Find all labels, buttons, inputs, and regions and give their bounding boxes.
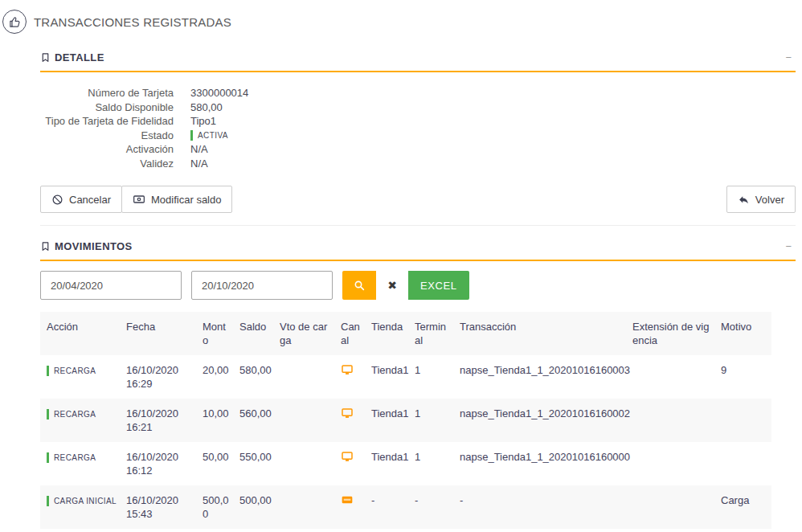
fecha-cell: 16/10/2020 16:12 bbox=[126, 442, 203, 485]
volver-button[interactable]: Volver bbox=[726, 186, 796, 213]
movimientos-title: MOVIMIENTOS bbox=[55, 240, 133, 252]
movimientos-panel-header: MOVIMIENTOS − bbox=[40, 232, 796, 261]
accion-cell: RECARGA bbox=[40, 355, 126, 399]
extension-de-vigencia-cell bbox=[632, 399, 721, 442]
extension-de-vigencia-cell bbox=[632, 355, 721, 399]
transaccion-cell: napse_Tienda1_1_20201016160000 bbox=[460, 442, 632, 485]
vto-de-carga-cell bbox=[280, 355, 341, 399]
monto-cell: 50,00 bbox=[203, 442, 239, 485]
detalle-collapse-toggle[interactable]: − bbox=[781, 51, 796, 63]
extension-de-vigencia-cell bbox=[632, 442, 721, 485]
canal-cell bbox=[341, 485, 371, 529]
detail-fields: Número de Tarjeta 3300000014 Saldo Dispo… bbox=[40, 72, 796, 177]
tienda-cell: Tienda1 bbox=[371, 355, 415, 399]
volver-label: Volver bbox=[755, 194, 784, 206]
motivo-cell: Activación bbox=[721, 529, 771, 532]
motivo-cell bbox=[721, 399, 771, 442]
vto-de-carga-cell bbox=[280, 529, 341, 532]
vto-de-carga-cell bbox=[280, 485, 341, 529]
transaccion-cell: napse_Tienda1_1_20201016160002 bbox=[460, 399, 632, 442]
bookmark-icon bbox=[40, 241, 51, 252]
motivo-cell: Carga bbox=[721, 485, 771, 529]
detail-field-row: Saldo Disponible 580,00 bbox=[40, 100, 796, 115]
detail-field-row: Estado ACTIVA bbox=[40, 129, 796, 143]
modificar-saldo-button[interactable]: Modificar saldo bbox=[121, 186, 232, 213]
detalle-panel: DETALLE − Número de Tarjeta 3300000014 S… bbox=[40, 43, 796, 226]
detail-field-value: Tipo1 bbox=[190, 114, 216, 129]
excel-button[interactable]: EXCEL bbox=[408, 271, 469, 300]
detalle-button-group: Cancelar Modificar saldo bbox=[40, 186, 232, 213]
date-to-input[interactable] bbox=[191, 271, 333, 300]
accion-cell: RECARGA bbox=[40, 442, 126, 485]
terminal-cell: 1 bbox=[415, 355, 460, 399]
monitor-icon bbox=[341, 407, 362, 419]
detail-field-label: Número de Tarjeta bbox=[40, 86, 174, 100]
canal-cell bbox=[341, 355, 371, 399]
motivo-cell: 9 bbox=[721, 355, 771, 399]
movimientos-collapse-toggle[interactable]: − bbox=[781, 240, 796, 252]
fecha-cell: 16/10/2020 15:43 bbox=[126, 529, 203, 532]
saldo-cell: 580,00 bbox=[239, 355, 280, 399]
table-row: ACTIVACIÓN16/10/2020 15:43 ---Activación bbox=[40, 529, 771, 532]
column-header: Acción bbox=[40, 312, 126, 355]
canal-cell bbox=[341, 442, 371, 485]
table-row: RECARGA16/10/2020 16:1250,00550,00 Tiend… bbox=[40, 442, 771, 485]
column-header: Vto de carga bbox=[280, 312, 341, 355]
column-header: Fecha bbox=[126, 312, 203, 355]
clear-filter-button[interactable]: ✖ bbox=[376, 271, 408, 300]
reply-arrow-icon bbox=[738, 194, 750, 206]
column-header: Canal bbox=[341, 312, 371, 355]
column-header: Tienda bbox=[371, 312, 415, 355]
detail-field-label: Validez bbox=[40, 157, 174, 171]
cancelar-label: Cancelar bbox=[69, 194, 111, 206]
detail-field-value: 580,00 bbox=[190, 100, 223, 115]
filter-row: ✖ EXCEL bbox=[40, 271, 796, 300]
table-row: RECARGA16/10/2020 16:2110,00560,00 Tiend… bbox=[40, 399, 771, 442]
accion-cell: CARGA INICIAL bbox=[40, 485, 126, 529]
detail-field-row: Número de Tarjeta 3300000014 bbox=[40, 86, 796, 100]
column-header: Monto bbox=[203, 312, 239, 355]
monto-cell: 20,00 bbox=[203, 355, 239, 399]
money-icon bbox=[133, 193, 145, 206]
transaccion-cell: napse_Tienda1_1_20201016160003 bbox=[460, 355, 632, 399]
accion-cell: RECARGA bbox=[40, 399, 126, 442]
transaccion-cell: - bbox=[460, 485, 632, 529]
magnifier-icon bbox=[353, 279, 366, 292]
vto-de-carga-cell bbox=[280, 442, 341, 485]
detail-field-value: N/A bbox=[190, 142, 208, 157]
detail-field-label: Tipo de Tarjeta de Fidelidad bbox=[40, 114, 174, 129]
tienda-cell: - bbox=[371, 485, 415, 529]
status-indicator-bar bbox=[47, 452, 49, 463]
status-indicator-bar bbox=[47, 409, 49, 419]
fecha-cell: 16/10/2020 16:29 bbox=[126, 355, 203, 399]
cancelar-button[interactable]: Cancelar bbox=[40, 186, 122, 213]
table-header-row: AcciónFechaMontoSaldoVto de cargaCanalTi… bbox=[40, 312, 771, 355]
detail-field-value: ACTIVA bbox=[190, 129, 228, 143]
column-header: Transacción bbox=[460, 312, 632, 355]
table-row: RECARGA16/10/2020 16:2920,00580,00 Tiend… bbox=[40, 355, 771, 399]
accion-cell: ACTIVACIÓN bbox=[40, 529, 126, 532]
ban-icon bbox=[51, 194, 63, 206]
canal-cell bbox=[341, 529, 371, 532]
page-title: TRANSACCIONES REGISTRADAS bbox=[34, 15, 231, 29]
tienda-cell: - bbox=[371, 529, 415, 532]
movimientos-table: AcciónFechaMontoSaldoVto de cargaCanalTi… bbox=[40, 312, 771, 532]
thumbs-up-icon bbox=[2, 10, 27, 34]
movimientos-panel: MOVIMIENTOS − ✖ EXCEL AcciónFechaMontoSa… bbox=[40, 232, 796, 532]
date-from-input[interactable] bbox=[40, 271, 182, 300]
vto-de-carga-cell bbox=[280, 399, 341, 442]
terminal-cell: 1 bbox=[415, 399, 460, 442]
saldo-cell: 550,00 bbox=[239, 442, 280, 485]
detalle-title: DETALLE bbox=[55, 51, 104, 63]
detail-field-value: N/A bbox=[190, 157, 208, 171]
tienda-cell: Tienda1 bbox=[371, 442, 415, 485]
search-button[interactable] bbox=[342, 271, 376, 300]
transaccion-cell: - bbox=[460, 529, 632, 532]
detail-field-value: 3300000014 bbox=[190, 86, 248, 100]
column-header: Motivo bbox=[721, 312, 771, 355]
bookmark-icon bbox=[40, 52, 51, 63]
card-icon bbox=[341, 493, 362, 506]
terminal-cell: - bbox=[415, 485, 460, 529]
detail-field-label: Activación bbox=[40, 142, 174, 157]
table-row: CARGA INICIAL16/10/2020 15:43500,00500,0… bbox=[40, 485, 771, 529]
